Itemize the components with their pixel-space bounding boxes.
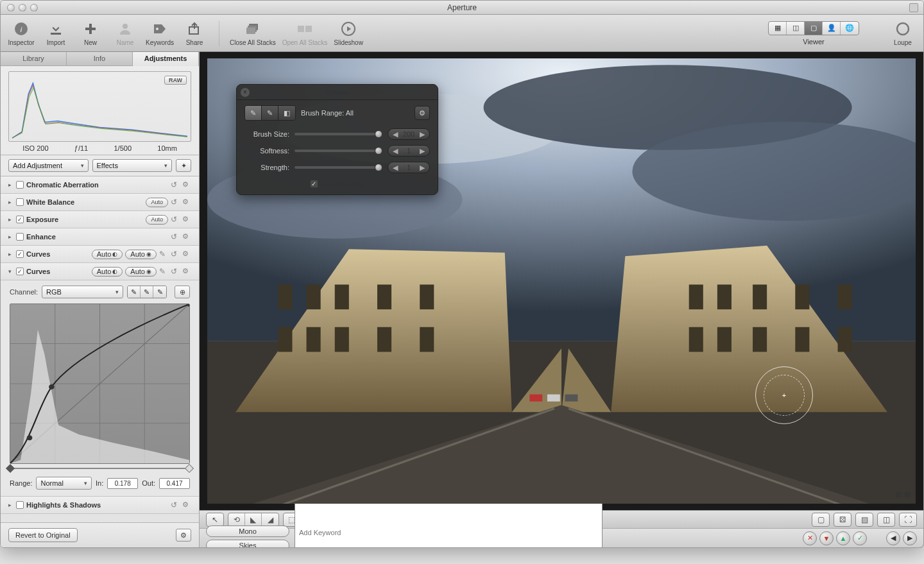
adj-white-balance[interactable]: ▸ White Balance Auto ↺ ⚙ [1,194,199,211]
rotate-ccw-icon[interactable]: ⟲ [228,513,245,526]
hud-title[interactable]: × Curves [237,85,438,100]
select-button[interactable]: ✓ [853,531,867,545]
softness-slider[interactable] [295,150,382,152]
down-button[interactable]: ▼ [819,531,834,545]
reset-icon[interactable]: ↺ [171,232,180,241]
enable-checkbox[interactable] [16,181,24,189]
adj-enhance[interactable]: ▸ Enhance ↺ ⚙ [1,228,199,246]
grid-view-icon[interactable]: ▦ [769,22,787,35]
strength-stepper[interactable]: ◀1▶ [388,162,430,173]
reset-icon[interactable]: ↺ [171,215,180,224]
disclosure-icon[interactable]: ▾ [8,268,13,275]
detect-edges-checkbox[interactable]: ✓ [310,180,318,188]
target-button[interactable]: ⊕ [175,286,190,298]
enable-checkbox[interactable] [16,501,24,509]
minimize-window-button[interactable] [19,4,26,12]
selection-tool[interactable]: ↖ [206,513,224,527]
effects-dropdown[interactable]: Effects [92,159,173,172]
gear-icon[interactable]: ⚙ [182,215,191,224]
brush-hud[interactable]: × Curves ✎ ✎ ◧ Brush Range: All ⚙ [236,84,438,195]
next-button[interactable]: ▶ [903,531,917,545]
auto-button[interactable]: Auto [146,215,168,225]
disclosure-icon[interactable]: ▸ [8,251,13,257]
keywords-button[interactable]: Keywords [146,20,174,46]
disclosure-icon[interactable]: ▸ [8,502,13,508]
brush-icon[interactable]: ✎ [159,250,168,259]
zoom-icon[interactable]: ⚄ [834,513,851,526]
reset-icon[interactable]: ↺ [171,250,180,259]
disclosure-icon[interactable]: ▸ [8,234,13,240]
black-point-picker[interactable]: ✎ [128,286,141,298]
strength-slider[interactable] [295,166,382,169]
histogram[interactable]: RAW [8,71,191,142]
curves-chart[interactable] [10,303,190,464]
disclosure-icon[interactable]: ▸ [8,199,13,205]
softness-stepper[interactable]: ◀1▶ [388,145,430,157]
share-button[interactable]: Share [180,20,209,46]
white-point-picker[interactable]: ✎ [153,286,166,298]
range-dropdown[interactable]: Normal [36,477,91,490]
enable-checkbox[interactable] [16,198,24,206]
compare-icon[interactable]: ◫ [878,513,894,526]
fullscreen-icon[interactable]: ⛶ [900,513,916,526]
primary-only-icon[interactable]: ▢ [812,513,829,526]
close-window-button[interactable] [7,4,15,12]
adj-exposure[interactable]: ▸ ✓ Exposure Auto ↺ ⚙ [1,211,199,228]
view-mode-segment[interactable]: ▦ ◫ ▢ 👤 🌐 [768,21,859,35]
close-icon[interactable]: × [241,88,250,97]
preset-mono-button[interactable]: Mono [206,526,289,537]
adj-highlights-shadows[interactable]: ▸ Highlights & Shadows ↺ ⚙ [1,497,199,514]
out-value[interactable]: 0.417 [159,478,190,489]
enable-checkbox[interactable]: ✓ [16,250,24,258]
tab-library[interactable]: Library [1,52,67,66]
places-view-icon[interactable]: 🌐 [841,22,859,35]
reset-icon[interactable]: ↺ [171,198,180,207]
gear-icon[interactable]: ⚙ [182,232,191,241]
split-view-icon[interactable]: ◫ [787,22,805,35]
add-adjustment-dropdown[interactable]: Add Adjustment [8,159,89,172]
gear-icon[interactable]: ⚙ [182,500,191,509]
reset-icon[interactable]: ↺ [171,267,180,276]
prev-button[interactable]: ◀ [886,531,900,545]
reset-icon[interactable]: ↺ [171,180,180,189]
rotate-left-icon[interactable]: ◣ [245,513,262,526]
erase-icon[interactable]: ◧ [278,106,295,120]
in-value[interactable]: 0.178 [107,478,138,489]
reject-button[interactable]: ✕ [803,531,817,545]
adj-curves-2[interactable]: ▾ ✓ Curves Auto ◐ Auto ◉ ✎ ↺ ⚙ [1,263,199,280]
brush-icon[interactable]: ✎ [159,267,168,276]
auto-luma-button[interactable]: Auto ◐ [92,250,123,259]
hud-gear-button[interactable]: ⚙ [415,106,430,120]
faces-view-icon[interactable]: 👤 [823,22,841,35]
up-button[interactable]: ▲ [836,531,850,545]
brush-adjustment-button[interactable]: ✦ [176,159,191,172]
black-slider[interactable] [6,464,15,473]
disclosure-icon[interactable]: ▸ [8,182,13,188]
gray-point-picker[interactable]: ✎ [141,286,153,298]
open-all-stacks-button[interactable]: Open All Stacks [282,20,328,46]
brush-mode-segment[interactable]: ✎ ✎ ◧ [244,105,296,121]
gear-icon[interactable]: ⚙ [182,250,191,259]
tab-adjustments[interactable]: Adjustments [133,52,199,66]
rotate-right-icon[interactable]: ◢ [262,513,278,526]
channel-dropdown[interactable]: RGB [42,286,123,298]
badge-overlay-icon[interactable]: ▦ [904,490,911,499]
viewer[interactable]: × Curves ✎ ✎ ◧ Brush Range: All ⚙ [207,58,916,504]
auto-button[interactable]: Auto [146,198,168,207]
reset-icon[interactable]: ↺ [171,500,180,509]
gear-icon[interactable]: ⚙ [182,198,191,207]
auto-luma-button[interactable]: Auto ◐ [92,267,123,277]
zoom-window-button[interactable] [30,4,38,12]
white-slider[interactable] [185,464,194,473]
enable-checkbox[interactable]: ✓ [16,268,24,275]
auto-color-button[interactable]: Auto ◉ [125,267,157,277]
inspector-button[interactable]: iInspector [7,20,35,46]
preset-skies-button[interactable]: Skies [206,540,289,548]
import-button[interactable]: Import [42,20,70,46]
slideshow-button[interactable]: Slideshow [334,20,363,46]
filmstrip-icon[interactable]: ▤ [856,513,873,526]
enable-checkbox[interactable]: ✓ [16,216,24,223]
brush-in-icon[interactable]: ✎ [245,106,262,120]
tab-info[interactable]: Info [67,52,133,66]
metadata-overlay-icon[interactable]: ▤ [895,490,902,499]
